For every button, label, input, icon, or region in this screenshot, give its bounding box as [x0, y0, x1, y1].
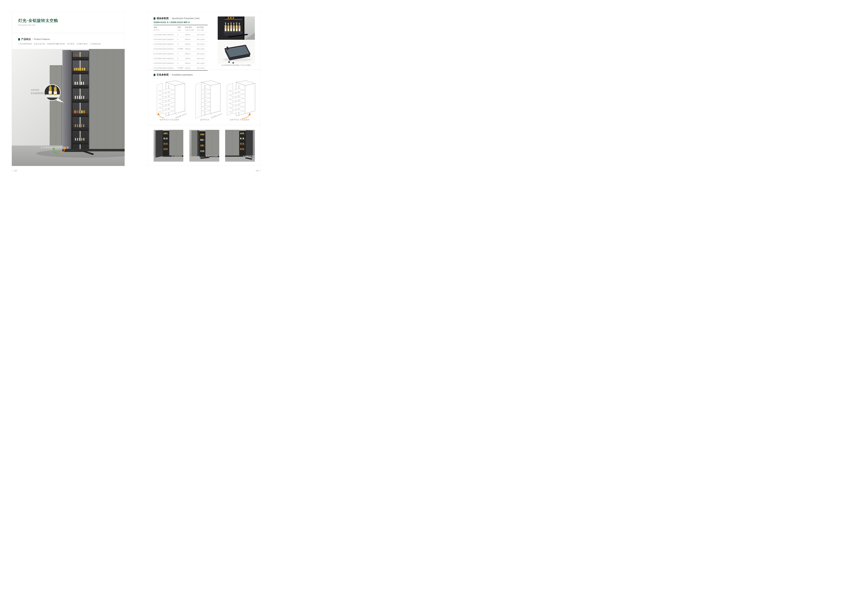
bullet-dot-icon: [56, 44, 56, 44]
cell-spec: B:244*505*(1350-1650)mm: [154, 37, 177, 42]
cell-layer: 4: [177, 52, 185, 56]
effect-caption: 向左旋转效果: [172, 155, 182, 158]
page-number-right: 144: [256, 169, 261, 172]
spec-heading-zh: 规格参数图: [156, 17, 169, 20]
table-row: B:244*505*(1350-1650)mm5300mm264 ±2mm: [154, 37, 208, 42]
opened-door: [62, 50, 71, 150]
cell-inner-width: 364 ±2mm: [197, 56, 208, 61]
effect-photo-rotate-left: 向左旋转效果: [154, 130, 183, 162]
col-spec-zh: 规格: [154, 26, 177, 29]
feature-text: 内含8轴承旋转、全铝合金支架、内嵌硅胶灯条: [20, 43, 58, 45]
bullet-dot-icon: [18, 44, 19, 44]
cell-layer: 6 (加高): [177, 46, 185, 52]
cabinet-right-doors: [89, 49, 125, 149]
cabinet-left-doors: [50, 65, 62, 145]
col-spec-en: (W*D*H): [154, 29, 177, 31]
diagram-caption: 篮体平拉出 向左边旋转: [152, 119, 187, 121]
install-heading: 安装参数图 / Installation parameters: [154, 73, 193, 76]
table-row: A:244*505*(1050-1350)mm4300mm264 ±2mm: [154, 32, 208, 37]
cell-layer: 6: [177, 61, 185, 66]
spec-table-header-row: 规格(W*D*H) 层数Layer 柜体宽度Cabinet width 柜内宽度…: [154, 25, 208, 32]
catalog-spread: { "brand": { "green": "#2a6449", "marker…: [0, 0, 269, 176]
features-heading-en: Product Features: [34, 38, 50, 41]
cell-inner-width: 364 ±2mm: [197, 61, 208, 66]
cell-cabinet-width: 300mm: [185, 32, 197, 37]
cabinet-kick: [62, 149, 125, 151]
effect-caption: 向右旋转效果: [243, 155, 253, 158]
effect-caption: 篮体平拉出效果: [206, 155, 218, 158]
cell-inner-width: 264 ±2mm: [197, 42, 208, 46]
install-heading-en: Installation parameters: [172, 73, 193, 76]
product-photo-basket-in-cabinet: [218, 17, 255, 40]
section-marker: [154, 17, 155, 20]
cell-layer: 5: [177, 56, 185, 61]
cell-inner-width: 264 ±2mm: [197, 37, 208, 42]
col-inner-width-zh: 柜内宽度: [197, 26, 208, 29]
page-number-left: 143: [12, 169, 17, 172]
left-page: 灯光·全铝旋转太空舱 Revolving Tall Unit 产品特点 / Pr…: [12, 12, 125, 166]
col-cabinet-width-en: Cabinet width: [185, 29, 197, 31]
cell-cabinet-width: 300mm: [185, 46, 197, 52]
cell-cabinet-width: 400mm: [185, 56, 197, 61]
cell-spec: A:244*505*(1050-1350)mm: [154, 32, 177, 37]
heading-separator: /: [32, 38, 33, 41]
cell-cabinet-width: 400mm: [185, 61, 197, 66]
feature-text: 联动结构、省力静音、大容量大收纳、二边氛围光源: [58, 43, 100, 45]
install-diagram-rotate-left: 柜内深度 ≥520mm: [152, 79, 187, 120]
effect-photo-pull-out: 篮体平拉出效果: [189, 130, 219, 162]
callout-label-line1: 全铝支架: [31, 88, 45, 92]
spec-heading: 规格参数图 / Specification Parameter Chart: [154, 17, 200, 20]
heading-separator: /: [170, 17, 170, 20]
install-diagram-pull-out: 柜内深度 ≥520mm: [187, 79, 222, 120]
right-page: 规格参数图 / Specification Parameter Chart GS…: [148, 12, 261, 166]
depth-note: 柜内深度 ≥520mm: [211, 112, 222, 119]
cell-cabinet-width: 300mm: [185, 37, 197, 42]
glass-basket-caption: 全内部棒卯结构玻璃篮·不见任何螺丝: [217, 64, 256, 67]
features-heading: 产品特点 / Product Features: [18, 37, 50, 41]
model-number: GS05-01XZ·A / GS05-01XZ-WP·A: [154, 21, 190, 23]
cell-layer: 6: [177, 42, 185, 46]
page-title: 灯光·全铝旋转太空舱: [18, 18, 58, 23]
callout-label-line2: 前后氛围硅胶灯: [31, 92, 45, 95]
hero-product-render: 全铝支架 前后氛围硅胶灯 灯光轴承旋转全铝平开拉篮: [12, 49, 125, 166]
section-marker: [18, 38, 20, 41]
depth-note: 柜内深度 ≥520mm: [175, 112, 187, 119]
cell-layer: 5: [177, 37, 185, 42]
page-subtitle: Revolving Tall Unit: [18, 24, 35, 26]
product-photo-glass-basket: [218, 40, 255, 64]
cell-inner-width: 364 ±2mm: [197, 52, 208, 56]
callout-label: 全铝支架 前后氛围硅胶灯: [31, 88, 45, 95]
table-row: G:344*505*(1650-1950)mm6400mm364 ±2mm: [154, 61, 208, 66]
cell-cabinet-width: 400mm: [185, 52, 197, 56]
cell-spec: G:344*505*(1650-1950)mm: [154, 61, 177, 66]
table-row: D:244*505*(1950-2200)mm6 (加高)300mm264 ±2…: [154, 46, 208, 52]
table-row: C:244*505*(1650-1950)mm6300mm264 ±2mm: [154, 42, 208, 46]
table-row: F:344*505*(1350-1650)mm5400mm364 ±2mm: [154, 56, 208, 61]
section-marker: [154, 74, 155, 76]
col-layer-en: Layer: [177, 29, 185, 31]
table-row: E:344*505*(1050-1350)mm4400mm364 ±2mm: [154, 52, 208, 56]
feature-bullet: 联动结构、省力静音、大容量大收纳、二边氛围光源: [56, 43, 100, 45]
effect-photo-rotate-right: 向右旋转效果: [225, 130, 255, 162]
cell-spec: E:344*505*(1050-1350)mm: [154, 52, 177, 56]
install-diagram-rotate-right: [222, 79, 257, 120]
cell-spec: F:344*505*(1350-1650)mm: [154, 56, 177, 61]
cell-cabinet-width: 300mm: [185, 42, 197, 46]
col-layer-zh: 层数: [177, 26, 185, 29]
features-heading-zh: 产品特点: [21, 37, 31, 41]
cell-spec: D:244*505*(1950-2200)mm: [154, 46, 177, 52]
col-inner-width-en: Inner width: [197, 29, 208, 31]
spec-heading-en: Specification Parameter Chart: [172, 17, 200, 20]
diagram-caption: 篮体平拉出 向右边旋转: [222, 119, 257, 121]
heading-separator: /: [170, 73, 170, 76]
cell-inner-width: 264 ±2mm: [197, 46, 208, 52]
diagram-caption: 篮体平拉出: [187, 119, 222, 121]
cell-spec: C:244*505*(1650-1950)mm: [154, 42, 177, 46]
cell-layer: 4: [177, 32, 185, 37]
spec-table: 规格(W*D*H) 层数Layer 柜体宽度Cabinet width 柜内宽度…: [154, 25, 208, 71]
pullout-label: 灯光轴承旋转全铝平开拉篮: [41, 146, 69, 149]
install-heading-zh: 安装参数图: [156, 73, 169, 76]
col-cabinet-width-zh: 柜体宽度: [185, 26, 197, 29]
cell-inner-width: 264 ±2mm: [197, 32, 208, 37]
feature-bullet: 内含8轴承旋转、全铝合金支架、内嵌硅胶灯条: [18, 43, 58, 45]
